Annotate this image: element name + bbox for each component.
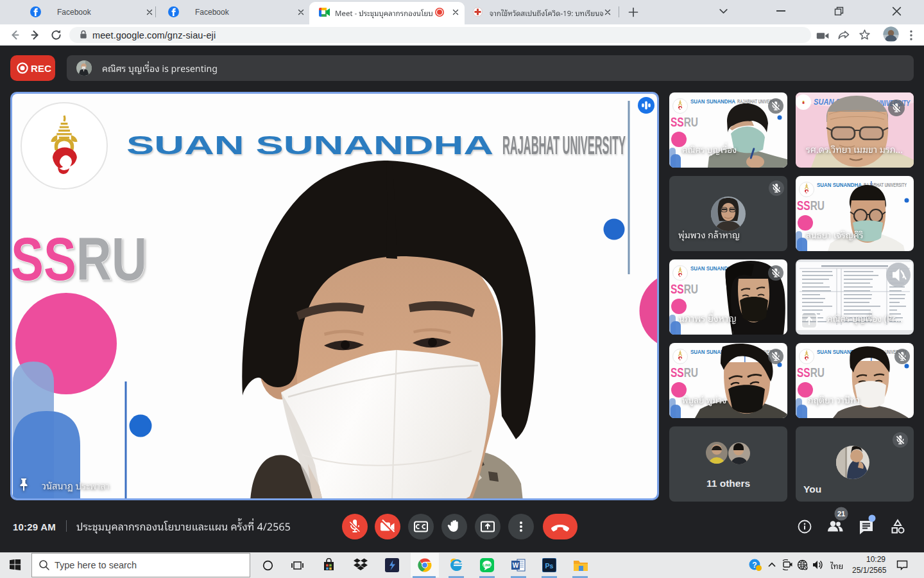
svg-text:SSRU: SSRU [797, 198, 825, 213]
svg-text:11 others: 11 others [706, 478, 750, 489]
svg-text:SSRU: SSRU [671, 281, 698, 296]
svg-text:RAJABHAT UNIVERSITY: RAJABHAT UNIVERSITY [502, 131, 626, 159]
svg-text:SUAN SUNANDHA: SUAN SUNANDHA [690, 98, 735, 105]
svg-text:SSRU: SSRU [671, 365, 698, 380]
svg-text:SSRU: SSRU [12, 225, 147, 293]
svg-text:SSRU: SSRU [671, 114, 698, 129]
svg-text:21: 21 [837, 510, 845, 518]
svg-text:SUAN SUNANDHA: SUAN SUNANDHA [126, 131, 493, 160]
svg-text:Ps: Ps [545, 562, 554, 570]
svg-text:SUAN SUNANDHA: SUAN SUNANDHA [817, 181, 862, 188]
svg-text:SSRU: SSRU [797, 365, 825, 380]
svg-text:W: W [513, 562, 519, 569]
svg-text:You: You [803, 484, 821, 495]
svg-text:LINE: LINE [483, 563, 492, 567]
